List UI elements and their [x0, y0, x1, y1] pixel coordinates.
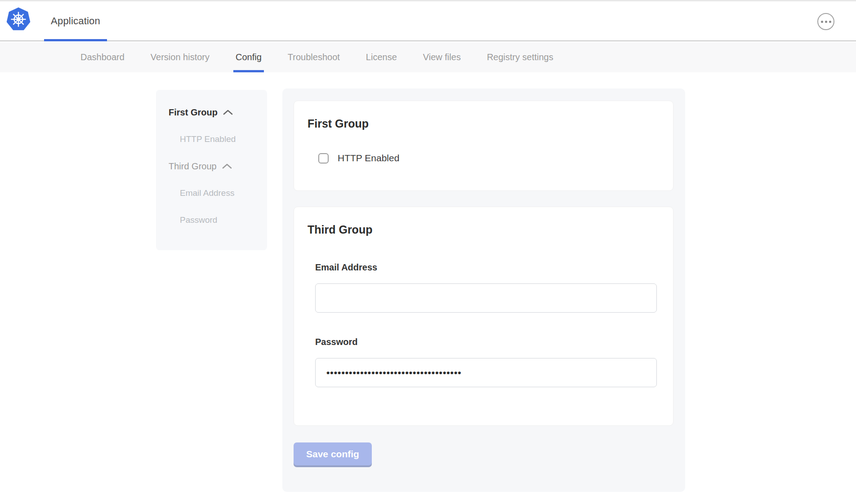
- application-tab-label: Application: [51, 15, 100, 27]
- tab-view-files[interactable]: View files: [410, 42, 474, 72]
- sidebar-item-email-address[interactable]: Email Address: [156, 180, 267, 207]
- admin-console-page: Application Dashboard Version history Co…: [0, 0, 856, 504]
- chevron-up-icon: [223, 109, 233, 115]
- config-nav-sidebar: First Group HTTP Enabled Third Group Ema…: [156, 90, 267, 250]
- http-enabled-label: HTTP Enabled: [338, 153, 399, 164]
- tab-registry-settings[interactable]: Registry settings: [474, 42, 566, 72]
- active-tab-underline: [44, 39, 107, 41]
- config-form-panel: First Group HTTP Enabled Third Group Ema…: [282, 88, 685, 492]
- email-address-label: Email Address: [315, 262, 660, 273]
- email-address-input[interactable]: [315, 283, 657, 313]
- tab-dashboard[interactable]: Dashboard: [67, 42, 138, 72]
- tab-troubleshoot[interactable]: Troubleshoot: [275, 42, 353, 72]
- sidebar-item-label: Third Group: [169, 161, 217, 172]
- app-header: Application: [0, 1, 856, 41]
- tab-config[interactable]: Config: [223, 42, 275, 72]
- password-label: Password: [315, 337, 660, 347]
- sidebar-item-label: HTTP Enabled: [180, 134, 236, 144]
- config-group-card-third: Third Group Email Address Password: [294, 207, 673, 426]
- tab-application[interactable]: Application: [44, 1, 107, 40]
- save-config-button[interactable]: Save config: [294, 442, 372, 465]
- email-address-field-group: Email Address: [315, 262, 660, 313]
- sidebar-item-password[interactable]: Password: [156, 207, 267, 234]
- password-input[interactable]: [315, 358, 657, 387]
- sidebar-item-third-group[interactable]: Third Group: [156, 153, 267, 180]
- kubernetes-logo-icon: [6, 7, 31, 31]
- tab-license[interactable]: License: [353, 42, 410, 72]
- sidebar-item-label: First Group: [169, 107, 218, 118]
- config-group-card-first: First Group HTTP Enabled: [294, 101, 673, 191]
- ellipsis-menu-icon[interactable]: [817, 13, 834, 30]
- group-title: Third Group: [308, 223, 660, 236]
- sidebar-item-label: Email Address: [180, 188, 234, 198]
- http-enabled-row: HTTP Enabled: [318, 153, 660, 164]
- sidebar-item-label: Password: [180, 215, 217, 225]
- group-title: First Group: [308, 117, 660, 130]
- chevron-up-icon: [222, 163, 232, 169]
- http-enabled-checkbox[interactable]: [318, 153, 329, 164]
- password-field-group: Password: [315, 337, 660, 387]
- sidebar-item-http-enabled[interactable]: HTTP Enabled: [156, 126, 267, 153]
- app-subnav: Dashboard Version history Config Trouble…: [0, 42, 856, 72]
- sidebar-item-first-group[interactable]: First Group: [156, 99, 267, 126]
- tab-version-history[interactable]: Version history: [138, 42, 223, 72]
